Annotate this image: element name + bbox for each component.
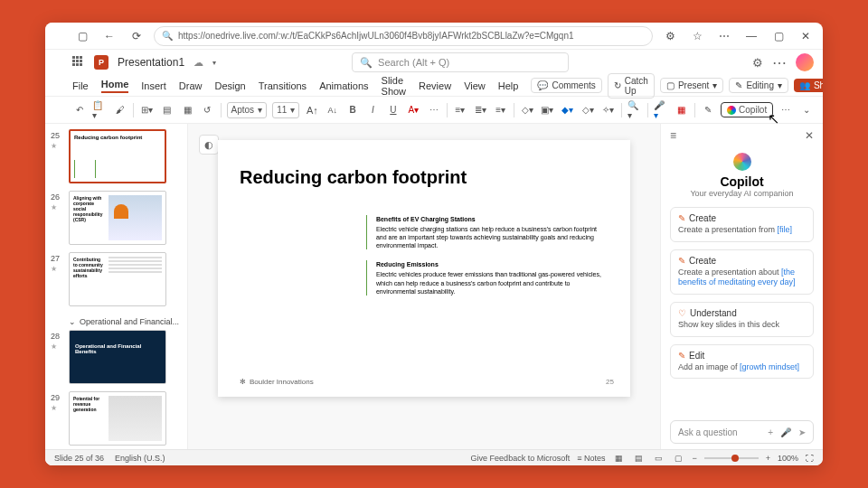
- share-button[interactable]: 👥 Share ▾: [794, 79, 823, 92]
- tab-draw[interactable]: Draw: [179, 80, 203, 91]
- search-box[interactable]: 🔍 Search (Alt + Q): [352, 52, 569, 72]
- tab-insert[interactable]: Insert: [141, 80, 166, 91]
- shape-fill-button[interactable]: ◆▾: [561, 102, 575, 118]
- slide-thumb-29[interactable]: 29 ★ Potential for revenue generation: [69, 391, 187, 446]
- copilot-ask-input[interactable]: Ask a question + 🎤 ➤: [670, 420, 814, 444]
- copilot-card-understand[interactable]: ♡Understand Show key slides in this deck: [670, 302, 814, 337]
- section-header[interactable]: ⌄ Operational and Financial...: [69, 314, 187, 330]
- copilot-card-create-about[interactable]: ✎Create Create a presentation about [the…: [670, 249, 814, 295]
- plus-icon[interactable]: +: [768, 427, 773, 437]
- copilot-card-create-file[interactable]: ✎Create Create a presentation from [file…: [670, 207, 814, 242]
- present-button[interactable]: ▢ Present ▾: [660, 78, 723, 93]
- tab-help[interactable]: Help: [498, 80, 519, 91]
- tab-design[interactable]: Design: [214, 80, 245, 91]
- catchup-button[interactable]: ↻ Catch Up: [608, 73, 655, 99]
- view-slideshow-button[interactable]: ▢: [672, 452, 684, 465]
- shape-outline-button[interactable]: ◇▾: [580, 102, 595, 118]
- italic-button[interactable]: I: [365, 102, 380, 118]
- paste-button[interactable]: 📋▾: [92, 102, 107, 118]
- slide-thumb-26[interactable]: 26 ★ Aligning with corporate social resp…: [69, 191, 187, 245]
- tab-view[interactable]: View: [464, 80, 486, 91]
- copilot-ribbon-button[interactable]: Copilot ↖: [721, 102, 773, 117]
- fit-to-window-button[interactable]: ⛶: [806, 454, 814, 463]
- ribbon-more-button[interactable]: ⋯: [778, 102, 793, 118]
- zoom-slider[interactable]: [704, 457, 759, 459]
- window-close[interactable]: ✕: [796, 26, 816, 46]
- browser-window: ▢ ← ⟳ 🔍 https://onedrive.live.com/:w:/t/…: [45, 23, 823, 465]
- tab-transitions[interactable]: Transitions: [259, 80, 307, 91]
- current-slide[interactable]: Reducing carbon footprint Benefits of EV…: [218, 140, 630, 397]
- font-color-button[interactable]: A▾: [406, 102, 420, 118]
- font-family-select[interactable]: Aptos ▾: [227, 102, 268, 118]
- pencil-icon: ✎: [678, 213, 685, 223]
- shapes-button[interactable]: ◇▾: [520, 102, 534, 118]
- underline-button[interactable]: U: [386, 102, 401, 118]
- tab-animations[interactable]: Animations: [319, 80, 368, 91]
- zoom-in-button[interactable]: +: [766, 454, 770, 463]
- tab-slideshow[interactable]: Slide Show: [382, 75, 407, 97]
- layout-button[interactable]: ▤: [159, 102, 174, 118]
- decrease-font-button[interactable]: A↓: [326, 102, 340, 118]
- view-sorter-button[interactable]: ▤: [632, 452, 645, 465]
- animation-icon: ★: [51, 265, 57, 273]
- zoom-out-button[interactable]: −: [692, 454, 696, 463]
- panel-menu-icon[interactable]: ≡: [670, 129, 676, 142]
- editing-button[interactable]: ✎ Editing ▾: [729, 78, 788, 93]
- more-button[interactable]: ⋯: [714, 26, 734, 46]
- send-icon[interactable]: ➤: [798, 427, 806, 437]
- window-maximize[interactable]: ▢: [769, 26, 788, 46]
- arrange-button[interactable]: ▣▾: [540, 102, 554, 118]
- search-icon: 🔍: [162, 31, 173, 41]
- bold-button[interactable]: B: [345, 102, 360, 118]
- status-feedback[interactable]: Give Feedback to Microsoft: [471, 454, 571, 463]
- ribbon-collapse-button[interactable]: ⌄: [799, 102, 814, 118]
- dictate-button[interactable]: 🎤▾: [654, 102, 668, 118]
- new-slide-button[interactable]: ⊞▾: [139, 102, 154, 118]
- status-slide-count[interactable]: Slide 25 of 36: [54, 454, 104, 463]
- nav-refresh-button[interactable]: ⟳: [127, 26, 146, 46]
- align-button[interactable]: ≡▾: [494, 102, 508, 118]
- addins-button[interactable]: ▦: [674, 102, 688, 118]
- dropdown-icon[interactable]: ▾: [212, 59, 216, 67]
- tab-home[interactable]: Home: [101, 79, 129, 93]
- floating-toolbar[interactable]: ◐: [199, 135, 219, 155]
- header-more[interactable]: ⋯: [772, 54, 787, 71]
- increase-font-button[interactable]: A↑: [305, 102, 319, 118]
- comments-button[interactable]: 💬 Comments: [531, 78, 601, 93]
- tab-review[interactable]: Review: [419, 80, 451, 91]
- format-painter-button[interactable]: 🖌: [113, 102, 127, 118]
- document-name[interactable]: Presentation1: [118, 56, 184, 69]
- address-bar[interactable]: 🔍 https://onedrive.live.com/:w:/t/EaCKkP…: [154, 26, 653, 46]
- zoom-level[interactable]: 100%: [778, 454, 798, 463]
- favorites-button[interactable]: ☆: [687, 26, 707, 46]
- status-language[interactable]: English (U.S.): [115, 454, 165, 463]
- view-reading-button[interactable]: ▭: [652, 452, 665, 465]
- tab-new-button[interactable]: ▢: [72, 26, 92, 46]
- user-avatar[interactable]: [796, 53, 814, 71]
- slide-thumb-27[interactable]: 27 ★ Contributing to community sustainab…: [69, 252, 187, 306]
- more-font-button[interactable]: ⋯: [426, 102, 440, 118]
- slide-thumb-25[interactable]: 25 ★ Reducing carbon footprint: [69, 129, 187, 183]
- mic-icon[interactable]: 🎤: [780, 427, 791, 437]
- bullets-button[interactable]: ≡▾: [453, 102, 467, 118]
- find-button[interactable]: 🔍▾: [627, 102, 642, 118]
- settings-icon[interactable]: ⚙: [752, 56, 763, 70]
- panel-close-button[interactable]: ✕: [805, 129, 814, 142]
- copilot-card-edit[interactable]: ✎Edit Add an image of [growth mindset]: [670, 344, 814, 380]
- window-minimize[interactable]: —: [741, 26, 761, 46]
- status-notes[interactable]: ≡ Notes: [577, 454, 605, 463]
- designer-button[interactable]: ✧▾: [600, 102, 615, 118]
- extensions-button[interactable]: ⚙: [660, 26, 680, 46]
- designer-ribbon-button[interactable]: ✎: [701, 102, 715, 118]
- table-button[interactable]: ▦: [180, 102, 194, 118]
- app-launcher-icon[interactable]: [72, 56, 85, 69]
- font-size-select[interactable]: 11 ▾: [272, 102, 299, 118]
- undo-button[interactable]: ↶: [72, 102, 87, 118]
- nav-back-button[interactable]: ←: [99, 26, 119, 46]
- view-normal-button[interactable]: ▦: [612, 452, 625, 465]
- tab-file[interactable]: File: [72, 80, 89, 91]
- reset-button[interactable]: ↺: [200, 102, 214, 118]
- chevron-down-icon: ⌄: [69, 317, 76, 326]
- numbering-button[interactable]: ≣▾: [473, 102, 487, 118]
- slide-thumb-28[interactable]: 28 ★ Operational and Financial Benefits: [69, 330, 187, 384]
